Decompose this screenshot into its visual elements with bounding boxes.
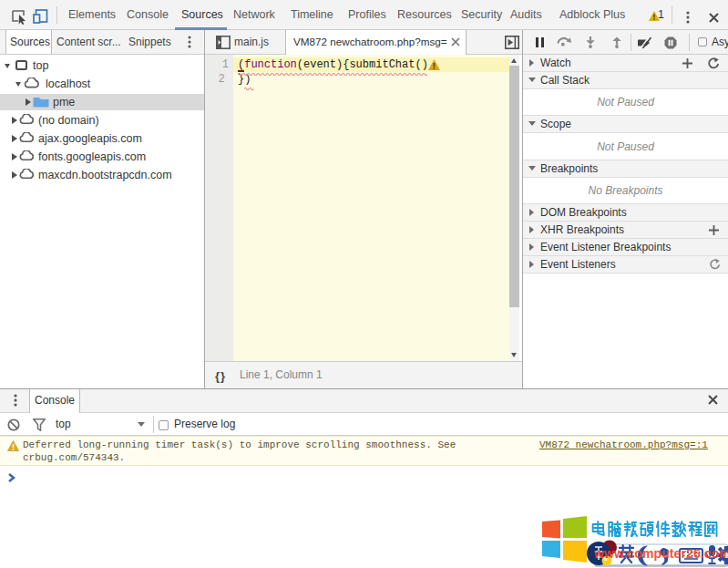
- svg-text:www.computer26.com: www.computer26.com: [593, 546, 728, 561]
